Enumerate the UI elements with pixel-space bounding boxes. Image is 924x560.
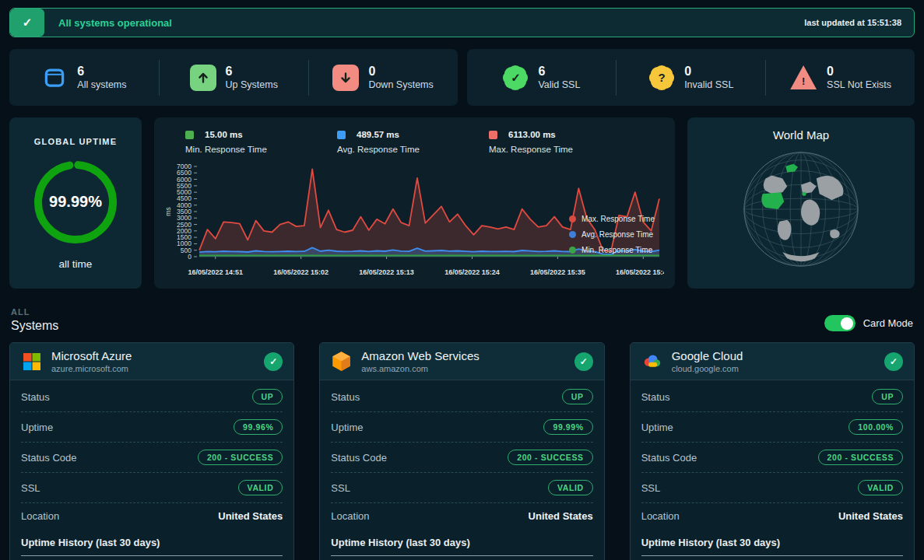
system-name: Amazon Web Services <box>361 349 479 362</box>
overview-row: GLOBAL UPTIME 99.99% all time 15.00 ms M… <box>9 117 915 289</box>
status-badge: UP <box>872 389 903 404</box>
row-label: SSL <box>641 482 661 494</box>
legend-name: Avg. Response Time <box>337 145 489 154</box>
row-ssl: SSL VALID <box>331 473 592 503</box>
uptime-ring: 99.99% <box>30 157 121 247</box>
card-mode-label: Card Mode <box>863 317 913 329</box>
status-badge: VALID <box>548 480 593 495</box>
row-location: Location United States <box>641 503 903 529</box>
toggle-knob <box>841 317 853 330</box>
row-label: Uptime <box>21 422 53 433</box>
row-label: Location <box>641 510 680 522</box>
stats-panel-right: ✓ 6 Valid SSL ? 0 Invalid SSL ! 0 SSL No… <box>467 49 915 106</box>
status-banner: ✓ All systems operational last updated a… <box>9 8 915 37</box>
chart-overlay-legend: Max. Response Time Avg. Response Time Mi… <box>569 215 655 254</box>
system-card-header: Google Cloud cloud.google.com ✓ <box>631 343 914 380</box>
world-map-globe <box>740 148 863 271</box>
row-label: Status <box>641 391 670 403</box>
status-badge: UP <box>562 389 593 404</box>
stat-valid-ssl: ✓ 6 Valid SSL <box>467 60 617 96</box>
stat-down-systems: 0 Down Systems <box>308 60 458 96</box>
row-status-code: Status Code 200 - SUCCESS <box>331 443 592 473</box>
status-badge: 200 - SUCCESS <box>818 450 903 465</box>
seal-check-icon: ✓ <box>502 65 529 91</box>
svg-text:16/05/2022 15:35: 16/05/2022 15:35 <box>530 268 585 276</box>
svg-text:ms: ms <box>165 207 172 215</box>
stat-label: All systems <box>77 79 126 90</box>
legend-value: 15.00 ms <box>205 130 243 139</box>
row-label: Status <box>21 391 50 403</box>
row-value: United States <box>838 510 903 522</box>
legend-name: Min. Response Time <box>185 145 337 154</box>
row-uptime: Uptime 99.96% <box>21 412 283 443</box>
systems-eyebrow: ALL <box>11 307 58 317</box>
chart-legend: 15.00 ms Min. Response Time 489.57 ms Av… <box>165 127 664 162</box>
row-label: Status Code <box>331 452 387 464</box>
legend-swatch-icon <box>489 131 497 139</box>
check-icon: ✓ <box>10 9 44 37</box>
history-divider <box>331 555 592 556</box>
stat-label: Valid SSL <box>538 79 580 90</box>
stat-label: SSL Not Exists <box>827 79 891 90</box>
stat-value: 0 <box>827 65 891 78</box>
legend-value: 6113.00 ms <box>508 130 556 139</box>
status-dashboard: ✓ All systems operational last updated a… <box>0 0 924 560</box>
system-name: Google Cloud <box>672 349 743 362</box>
check-circle-icon: ✓ <box>264 352 283 371</box>
stat-label: Down Systems <box>368 79 433 90</box>
world-map-title: World Map <box>773 128 829 142</box>
system-card-google-cloud: Google Cloud cloud.google.com ✓ Status U… <box>630 342 915 560</box>
window-icon <box>41 65 68 91</box>
google-cloud-logo <box>641 351 662 372</box>
status-badge: 200 - SUCCESS <box>508 450 592 465</box>
uptime-history-label: Uptime History (last 30 days) <box>331 537 592 548</box>
last-updated-text: last updated at 15:51:38 <box>804 18 901 27</box>
stat-up-systems: 6 Up Systems <box>159 60 308 96</box>
status-badge: 99.99% <box>543 419 592 435</box>
stat-label: Invalid SSL <box>684 79 733 90</box>
response-time-card: 15.00 ms Min. Response Time 489.57 ms Av… <box>154 117 675 289</box>
stat-value: 0 <box>684 65 733 78</box>
svg-text:7000: 7000 <box>177 163 191 170</box>
stat-value: 0 <box>368 65 433 78</box>
row-label: SSL <box>21 482 40 494</box>
row-value: United States <box>218 510 283 522</box>
uptime-history: Uptime History (last 30 days) <box>331 529 592 560</box>
status-badge: 100.00% <box>848 419 903 435</box>
seal-question-icon: ? <box>648 65 675 91</box>
microsoft-logo <box>21 351 42 372</box>
system-name: Microsoft Azure <box>51 349 132 362</box>
svg-text:16/05/2022 15:46: 16/05/2022 15:46 <box>616 268 664 276</box>
legend-item: 6113.00 ms Max. Response Time <box>489 130 641 154</box>
status-badge: 200 - SUCCESS <box>198 450 283 465</box>
system-domain: cloud.google.com <box>672 364 743 373</box>
uptime-ring-value: 99.99% <box>30 157 121 247</box>
status-badge: UP <box>252 389 283 404</box>
overlay-legend-name: Avg. Response Time <box>581 230 653 239</box>
card-mode-toggle[interactable] <box>824 315 855 331</box>
banner-title: All systems operational <box>58 17 172 29</box>
system-card-microsoft-azure: Microsoft Azure azure.microsoft.com ✓ St… <box>9 342 294 560</box>
row-uptime: Uptime 99.99% <box>331 412 592 443</box>
legend-value: 489.57 ms <box>357 130 399 139</box>
uptime-history: Uptime History (last 30 days) <box>641 529 903 560</box>
row-ssl: SSL VALID <box>641 473 903 503</box>
check-circle-icon: ✓ <box>884 352 903 371</box>
legend-dot-icon <box>569 231 576 238</box>
legend-swatch-icon <box>337 131 346 139</box>
status-badge: VALID <box>238 480 283 495</box>
overlay-legend-name: Min. Response Time <box>581 246 652 254</box>
uptime-history-label: Uptime History (last 30 days) <box>641 537 903 548</box>
overlay-legend-name: Max. Response Time <box>581 215 655 223</box>
status-badge: VALID <box>858 480 903 495</box>
legend-item: 15.00 ms Min. Response Time <box>185 130 337 154</box>
aws-logo <box>331 351 352 372</box>
history-divider <box>641 555 903 556</box>
stat-value: 6 <box>538 65 580 78</box>
row-status: Status UP <box>641 382 903 412</box>
stat-ssl-not-exists: ! 0 SSL Not Exists <box>765 60 915 96</box>
overlay-legend-item: Avg. Response Time <box>569 230 655 239</box>
systems-title: Systems <box>11 319 58 333</box>
system-card-header: Amazon Web Services aws.amazon.com ✓ <box>320 343 603 380</box>
world-map-card: World Map <box>687 117 915 289</box>
